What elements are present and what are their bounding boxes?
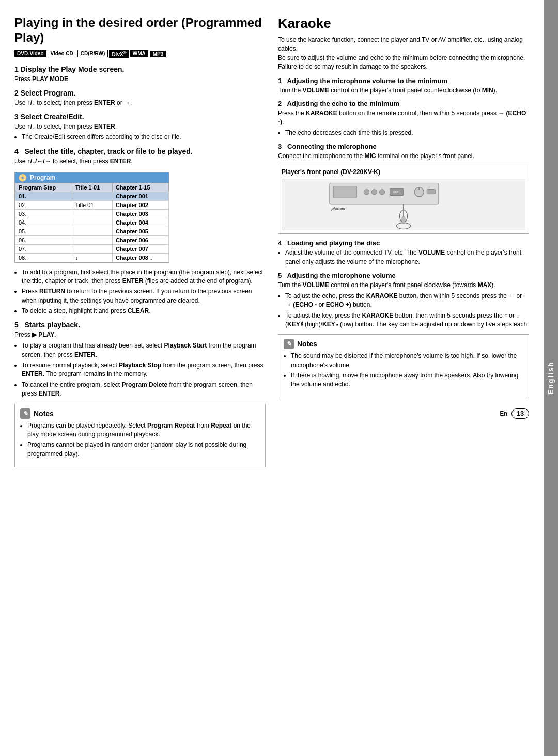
table-row: 02. Title 01 Chapter 002 <box>16 200 169 209</box>
side-tab-english: English <box>544 0 558 756</box>
left-step2-desc: Use ↑/↓ to select, then press ENTER or →… <box>14 99 266 107</box>
table-row: 05. Chapter 005 <box>16 227 169 235</box>
left-step4-heading: 4 Select the title, chapter, track or fi… <box>14 147 266 155</box>
left-step5-bullets: To play a program that has already been … <box>22 341 266 398</box>
player-panel-title: Player's front panel (DV-220KV-K) <box>282 168 525 176</box>
right-step5-bullets: To adjust the echo, press the KARAOKE bu… <box>285 292 529 329</box>
cell-title <box>72 235 112 244</box>
cell-title: Title 01 <box>72 200 112 209</box>
svg-point-2 <box>364 190 369 195</box>
left-step3-heading: 3 Select Create/Edit. <box>14 113 266 121</box>
cell-step: 05. <box>16 227 72 235</box>
list-item: Press RETURN to return to the previous s… <box>22 287 266 305</box>
right-step1-heading: 1 Adjusting the microphone volume to the… <box>278 77 529 85</box>
list-item: To cancel the entire program, select Pro… <box>22 381 266 399</box>
right-notes-icon: ✎ <box>284 339 294 349</box>
list-item: To resume normal playback, select Playba… <box>22 361 266 379</box>
left-step4-desc: Use ↑/↓/←/→ to select, then press ENTER. <box>14 157 266 166</box>
list-item: To adjust the echo, press the KARAOKE bu… <box>285 292 529 310</box>
player-panel-image: USB pioneer <box>282 179 525 230</box>
cell-chapter: Chapter 002 <box>112 200 168 209</box>
tag-mp3: MP3 <box>150 51 166 57</box>
col-title: Title 1-01 <box>72 183 112 192</box>
cell-step: 01. <box>16 192 72 200</box>
tag-dvd-video: DVD-Video <box>14 50 47 57</box>
program-icon: 📀 <box>18 174 27 182</box>
cell-chapter: Chapter 001 <box>112 192 168 200</box>
footer-en-label: En <box>500 410 507 417</box>
list-item: To delete a step, highlight it and press… <box>22 307 266 316</box>
right-step2-heading: 2 Adjusting the echo to the minimum <box>278 100 529 107</box>
left-step1-desc: Press PLAY MODE. <box>14 75 266 84</box>
right-notes-bullets: The sound may be distorted if the microp… <box>291 352 523 389</box>
list-item: Programs can be played repeatedly. Selec… <box>27 421 260 439</box>
cell-title <box>72 244 112 253</box>
cell-chapter: Chapter 008 ↓ <box>112 253 168 262</box>
tag-wma: WMA <box>130 50 148 57</box>
cell-title <box>72 192 112 200</box>
left-column: Playing in the desired order (Programmed… <box>14 15 266 741</box>
program-table-wrap: 📀 Program Program Step Title 1-01 Chapte… <box>14 172 169 263</box>
cell-title: ↓ <box>72 253 112 262</box>
notes-title: ✎ Notes <box>20 408 260 419</box>
cell-step: 06. <box>16 235 72 244</box>
right-column: Karaoke To use the karaoke function, con… <box>278 15 529 741</box>
table-header-row: 📀 Program <box>15 172 169 183</box>
right-step3-desc: Connect the microphone to the MIC termin… <box>278 152 529 161</box>
cell-chapter: Chapter 006 <box>112 235 168 244</box>
notes-icon: ✎ <box>20 408 30 419</box>
cell-chapter: Chapter 007 <box>112 244 168 253</box>
tag-video-cd: Video CD <box>48 50 76 57</box>
right-step3-heading: 3 Connecting the microphone <box>278 143 529 150</box>
left-step1-heading: 1 Display the Play Mode screen. <box>14 65 266 73</box>
player-svg: USB pioneer <box>282 179 525 230</box>
cell-title <box>72 227 112 235</box>
svg-rect-1 <box>333 186 357 198</box>
format-tags: DVD-Video Video CD CD(R/RW) DivX® WMA MP… <box>14 50 266 58</box>
list-item: The echo decreases each time this is pre… <box>285 129 529 137</box>
table-row: 08. ↓ Chapter 008 ↓ <box>16 253 169 262</box>
cell-step: 03. <box>16 209 72 218</box>
left-step5-heading: 5 Starts playback. <box>14 321 266 329</box>
left-notes-box: ✎ Notes Programs can be played repeatedl… <box>14 404 266 468</box>
right-notes-label: Notes <box>297 340 317 348</box>
svg-point-4 <box>379 190 385 195</box>
list-item: To play a program that has already been … <box>22 341 266 359</box>
cell-step: 02. <box>16 200 72 209</box>
list-item: Programs cannot be played in random orde… <box>27 440 260 459</box>
list-item: The Create/Edit screen differs according… <box>22 133 266 141</box>
right-step5-heading: 5 Adjusting the microphone volume <box>278 272 529 279</box>
left-step3-bullets: The Create/Edit screen differs according… <box>22 133 266 141</box>
table-row: 01. Chapter 001 <box>16 192 169 200</box>
cell-step: 04. <box>16 218 72 227</box>
cell-step: 08. <box>16 253 72 262</box>
left-step5-desc: Press ▶ PLAY. <box>14 330 266 339</box>
tag-cdrw: CD(R/RW) <box>78 50 109 57</box>
karaoke-intro: To use the karaoke function, connect the… <box>278 36 529 72</box>
cell-chapter: Chapter 003 <box>112 209 168 218</box>
player-panel-box: Player's front panel (DV-220KV-K) USB <box>278 165 529 234</box>
karaoke-title: Karaoke <box>278 15 529 32</box>
right-step4-bullets: Adjust the volume of the connected TV, e… <box>285 248 529 266</box>
list-item: The sound may be distorted if the microp… <box>291 352 523 370</box>
cell-chapter: Chapter 005 <box>112 227 168 235</box>
right-step2-desc: Press the KARAOKE button on the remote c… <box>278 109 529 127</box>
right-notes-box: ✎ Notes The sound may be distorted if th… <box>278 334 529 398</box>
right-step4-heading: 4 Loading and playing the disc <box>278 239 529 247</box>
tag-divx: DivX® <box>109 50 129 58</box>
list-item: Adjust the volume of the connected TV, e… <box>285 248 529 266</box>
cell-step: 07. <box>16 244 72 253</box>
table-row: 03. Chapter 003 <box>16 209 169 218</box>
notes-label: Notes <box>34 410 54 418</box>
left-step2-heading: 2 Select Program. <box>14 89 266 97</box>
left-step4-bullets: To add to a program, first select the pl… <box>22 268 266 316</box>
right-step1-desc: Turn the VOLUME control on the player's … <box>278 86 529 95</box>
cell-chapter: Chapter 004 <box>112 218 168 227</box>
list-item: To add to a program, first select the pl… <box>22 268 266 286</box>
svg-rect-9 <box>427 190 436 194</box>
list-item: To adjust the key, press the KARAOKE but… <box>285 311 529 329</box>
program-table: Program Step Title 1-01 Chapter 1-15 01.… <box>15 183 169 262</box>
svg-rect-14 <box>402 217 405 224</box>
cell-title <box>72 209 112 218</box>
svg-text:USB: USB <box>393 191 399 194</box>
